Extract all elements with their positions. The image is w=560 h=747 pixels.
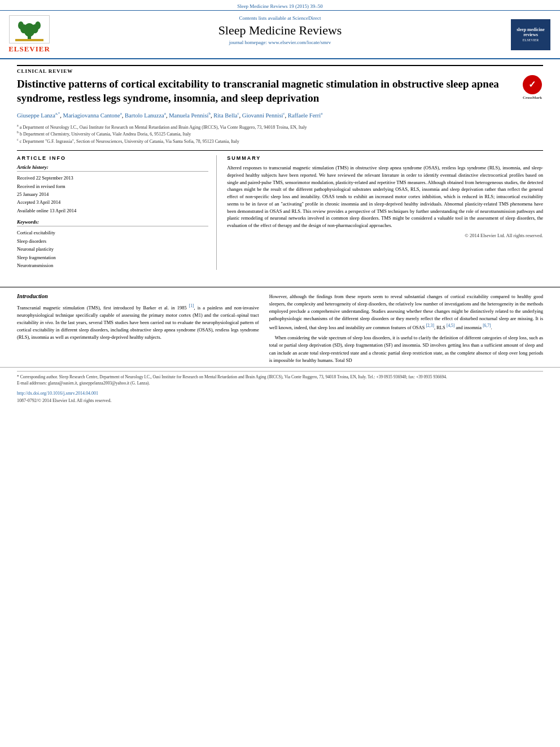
journal-masthead: ELSEVIER Contents lists available at Sci… [0, 11, 560, 59]
elsevier-logo-container: ELSEVIER [7, 15, 52, 54]
affiliation-a: a a Department of Neurology I.C., Oasi I… [17, 123, 543, 130]
journal-title: Sleep Medicine Reviews [56, 23, 504, 38]
article-text-columns: Introduction Transcranial magnetic stimu… [0, 293, 560, 367]
svg-rect-6 [15, 39, 43, 41]
footnote-area: * Corresponding author. Sleep Research C… [0, 367, 560, 389]
doi-line[interactable]: http://dx.doi.org/10.1016/j.smrv.2014.04… [0, 388, 560, 397]
article-info-summary: ARTICLE INFO Article history: Received 2… [17, 150, 543, 269]
sm-logo-box: sleep medicine reviews ELSEVIER [511, 19, 550, 50]
keywords-section: Keywords: Cortical excitability Sleep di… [17, 219, 208, 269]
keyword-5: Neurotransmission [17, 261, 208, 269]
crossmark-label: CrossMark [523, 95, 542, 101]
svg-point-4 [18, 21, 24, 29]
summary-col: SUMMARY Altered responses to transcrania… [227, 155, 543, 269]
sm-logo-subtitle: ELSEVIER [513, 38, 549, 42]
article-right-column: However, although the findings from thes… [269, 293, 543, 367]
journal-url[interactable]: www.elsevier.com/locate/smrv [268, 40, 331, 45]
contents-available-line: Contents lists available at ScienceDirec… [56, 15, 504, 21]
affiliation-b: b b Department of Chemistry, University … [17, 130, 543, 137]
sm-logo-title: sleep medicine reviews [513, 27, 549, 37]
journal-citation: Sleep Medicine Reviews 19 (2015) 39–50 [237, 3, 323, 9]
crossmark-badge: ✓ CrossMark [522, 77, 543, 99]
crossmark-icon: ✓ [523, 75, 542, 94]
introduction-left-text: Transcranial magnetic stimulation (TMS),… [17, 303, 259, 342]
article-title: Distinctive patterns of cortical excitab… [17, 77, 543, 105]
summary-copyright: © 2014 Elsevier Ltd. All rights reserved… [227, 233, 543, 238]
svg-point-5 [35, 21, 41, 29]
summary-heading: SUMMARY [227, 155, 543, 161]
article-history-label: Article history: [17, 164, 208, 172]
keyword-1: Cortical excitability [17, 229, 208, 237]
affiliation-c: c c Department "G.F. Ingrassia", Section… [17, 137, 543, 145]
summary-text: Altered responses to transcranial magnet… [227, 164, 543, 229]
section-tag: CLINICAL REVIEW [17, 65, 543, 74]
authors-line: Giuseppe Lanzaa,*, Mariagiovanna Cantone… [17, 111, 543, 120]
journal-header: Sleep Medicine Reviews 19 (2015) 39–50 [0, 0, 560, 11]
article-accepted: Accepted 3 April 2014 [17, 198, 208, 206]
article-revised-label: Received in revised form [17, 182, 208, 190]
footnote-divider [17, 371, 543, 372]
sm-logo-container: sleep medicine reviews ELSEVIER [508, 15, 553, 54]
keyword-2: Sleep disorders [17, 237, 208, 245]
article-received: Received 22 September 2013 [17, 174, 208, 182]
affiliations: a a Department of Neurology I.C., Oasi I… [17, 123, 543, 145]
journal-center-header: Contents lists available at ScienceDirec… [56, 15, 504, 54]
section-divider [0, 287, 560, 287]
elsevier-tree-svg [15, 18, 43, 41]
article-revised-date: 25 January 2014 [17, 190, 208, 198]
corresponding-author-note: * Corresponding author. Sleep Research C… [17, 374, 543, 380]
article-info-heading: ARTICLE INFO [17, 155, 208, 161]
copyright-footer: 1087-0792/© 2014 Elsevier Ltd. All right… [0, 397, 560, 409]
elsevier-tree-image [9, 15, 50, 43]
introduction-right-text: However, although the findings from thes… [269, 293, 543, 364]
sciencedirect-link[interactable]: ScienceDirect [292, 15, 321, 21]
keyword-3: Neuronal plasticity [17, 245, 208, 253]
keywords-label: Keywords: [17, 219, 208, 226]
article-available: Available online 13 April 2014 [17, 207, 208, 215]
article-info-col: ARTICLE INFO Article history: Received 2… [17, 155, 217, 269]
elsevier-text: ELSEVIER [8, 45, 50, 54]
article-body: CLINICAL REVIEW Distinctive patterns of … [0, 59, 560, 281]
keyword-4: Sleep fragmentation [17, 254, 208, 261]
email-addresses: E-mail addresses: glanza@oasien.it, gius… [17, 380, 543, 386]
article-left-column: Introduction Transcranial magnetic stimu… [17, 293, 259, 367]
introduction-title: Introduction [17, 293, 259, 299]
journal-homepage: journal homepage: www.elsevier.com/locat… [56, 40, 504, 45]
